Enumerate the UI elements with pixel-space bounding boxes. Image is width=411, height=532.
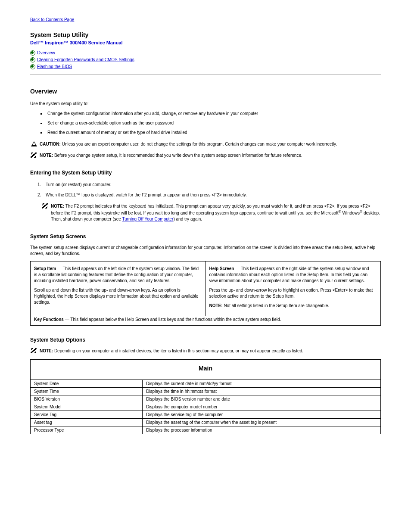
step2-text2: immediately.	[222, 193, 247, 197]
screens-intro: The system setup screen displays current…	[30, 245, 381, 257]
options-note-box: NOTE: Depending on your computer and ins…	[30, 348, 381, 354]
option-key: BIOS Version	[31, 395, 143, 403]
table-row: System ModelDisplays the computer model …	[31, 403, 381, 411]
dash: —	[57, 266, 62, 271]
toc-flashing-link[interactable]: Flashing the BIOS	[37, 64, 72, 69]
option-val: Displays the current date in mm/dd/yy fo…	[143, 380, 381, 388]
help-screen-title: Help Screen	[209, 266, 234, 271]
caution-text: Unless you are an expert computer user, …	[62, 142, 337, 146]
note-icon	[31, 152, 37, 158]
note-box-f2: NOTE: The F2 prompt indicates that the k…	[41, 203, 381, 222]
option-key: Asset tag	[31, 419, 143, 426]
step2-key: <F2>	[212, 193, 221, 197]
note-label: NOTE:	[40, 348, 53, 353]
step-item: When the DELL™ logo is displayed, watch …	[42, 191, 381, 199]
note-text: Before you change system setup, it is re…	[54, 153, 302, 158]
overview-uses-list: Change the system configuration informat…	[30, 110, 381, 136]
toc-clearing-link[interactable]: Clearing Forgotten Passwords and CMOS Se…	[37, 57, 134, 62]
overview-use-item: Change the system configuration informat…	[42, 110, 381, 117]
option-key: System Date	[31, 380, 143, 388]
key-functions-title: Key Functions	[34, 317, 64, 322]
option-val: Displays the time in hh:mm:ss format	[143, 388, 381, 395]
note-text: Depending on your computer and installed…	[54, 348, 303, 353]
option-val: Displays the service tag of the computer	[143, 411, 381, 419]
toc-overview-link[interactable]: Overview	[37, 50, 55, 55]
option-val: Displays the processor information	[143, 426, 381, 434]
help-screen-cell: Help Screen — This field appears on the …	[206, 261, 381, 316]
manual-title: Dell™ Inspiron™ 300/400 Service Manual	[30, 40, 381, 45]
help-note-label: NOTE:	[209, 303, 223, 308]
note-text-part: ) and try again.	[173, 217, 202, 221]
options-table: Main System DateDisplays the current dat…	[30, 359, 381, 434]
back-to-contents-link[interactable]: Back to Contents Page	[30, 17, 74, 22]
screens-table: Setup Item — This field appears on the l…	[30, 261, 381, 326]
note-text-part: Windows	[341, 211, 360, 215]
option-key: System Model	[31, 403, 143, 411]
step-item: Turn on (or restart) your computer.	[42, 181, 381, 189]
setup-item-title: Setup Item	[34, 266, 56, 271]
step2-text: When the DELL™ logo is displayed, watch …	[46, 193, 212, 197]
overview-intro: Use the system setup utility to:	[30, 101, 381, 107]
screens-heading: System Setup Screens	[30, 233, 381, 240]
option-val: Displays the BIOS version number and dat…	[143, 395, 381, 403]
setup-item-cell: Setup Item — This field appears on the l…	[31, 261, 206, 316]
entering-heading: Entering the System Setup Utility	[30, 170, 381, 176]
help-screen-p2: Press the up- and down-arrow keys to hig…	[209, 287, 377, 299]
options-table-header: Main	[31, 360, 381, 380]
entering-steps: Turn on (or restart) your computer. When…	[30, 181, 381, 199]
options-heading: System Setup Options	[30, 337, 381, 343]
note-label: NOTE:	[40, 153, 53, 158]
table-row: System TimeDisplays the time in hh:mm:ss…	[31, 388, 381, 395]
table-row: System DateDisplays the current date in …	[31, 380, 381, 388]
option-val: Displays the computer model number	[143, 403, 381, 411]
key-functions-cell: Key Functions — This field appears below…	[31, 316, 381, 326]
note-text-part: The F2 prompt indicates that the keyboar…	[51, 204, 370, 215]
page-title: System Setup Utility	[30, 31, 381, 38]
table-of-contents: Overview Clearing Forgotten Passwords an…	[30, 50, 381, 70]
option-key: Processor Type	[31, 426, 143, 434]
dash: —	[65, 317, 69, 322]
note-icon	[31, 348, 37, 353]
table-row: Service TagDisplays the service tag of t…	[31, 411, 381, 419]
overview-use-item: Set or change a user-selectable option s…	[42, 120, 381, 127]
note-icon	[42, 203, 48, 208]
help-note-text: Not all settings listed in the Setup Ite…	[223, 303, 329, 308]
option-key: Service Tag	[31, 411, 143, 419]
table-row: BIOS VersionDisplays the BIOS version nu…	[31, 395, 381, 403]
dash: —	[235, 266, 240, 271]
table-row: Asset tagDisplays the asset tag of the c…	[31, 419, 381, 426]
overview-heading: Overview	[30, 88, 381, 95]
table-row: Processor TypeDisplays the processor inf…	[31, 426, 381, 434]
divider	[30, 75, 381, 75]
setup-item-p2: Scroll up and down the list with the up-…	[34, 287, 202, 305]
note-box: NOTE: Before you change system setup, it…	[30, 152, 381, 159]
caution-label: CAUTION:	[40, 142, 61, 146]
option-key: System Time	[31, 388, 143, 395]
caution-icon	[31, 141, 37, 146]
overview-use-item: Read the current amount of memory or set…	[42, 129, 381, 136]
key-functions-desc: This field appears below the Help Screen…	[69, 317, 281, 322]
caution-box: CAUTION: Unless you are an expert comput…	[30, 141, 381, 147]
turning-off-link[interactable]: Turning Off Your Computer	[122, 217, 173, 221]
note-label: NOTE:	[51, 204, 64, 208]
option-val: Displays the asset tag of the computer w…	[143, 419, 381, 426]
